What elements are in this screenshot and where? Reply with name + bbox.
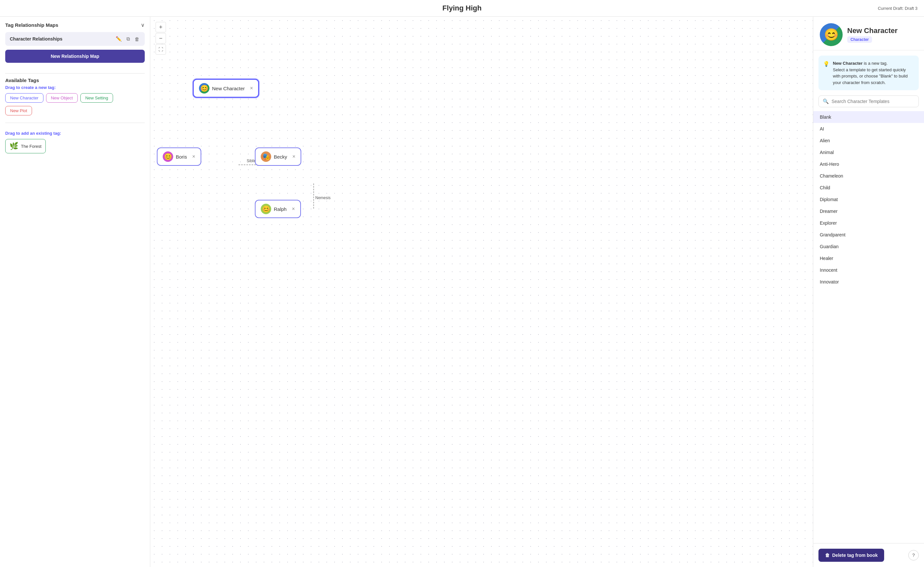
info-suffix: is a new tag. xyxy=(862,61,888,66)
tag-info: New Character Character xyxy=(847,27,897,43)
drag-existing-label: Drag to add an existing tag: xyxy=(5,131,145,136)
ralph-avatar: 😊 xyxy=(261,204,271,214)
search-templates-section: 🔍 xyxy=(813,95,924,111)
tag-avatar: 😊 xyxy=(820,23,843,46)
template-innovator[interactable]: Innovator xyxy=(813,276,924,288)
available-tags-heading: Available Tags xyxy=(5,78,145,83)
edit-map-button[interactable]: ✏️ xyxy=(115,35,123,42)
new-character-chip[interactable]: New Character xyxy=(5,93,44,103)
app-container: Flying High Current Draft: Draft 3 Tag R… xyxy=(0,0,924,567)
info-icon: 💡 xyxy=(823,61,830,86)
map-name: Character Relationships xyxy=(10,36,62,42)
tag-info-box: 💡 New Character is a new tag. Select a t… xyxy=(819,56,919,90)
ralph-node[interactable]: 😊 Ralph × xyxy=(255,200,301,218)
template-diplomat[interactable]: Diplomat xyxy=(813,194,924,205)
becky-node[interactable]: 🎭 Becky × xyxy=(255,147,301,166)
info-body: Select a template to get started quickly… xyxy=(833,68,908,85)
drag-new-label: Drag to create a new tag: xyxy=(5,85,145,90)
page-title: Flying High xyxy=(442,4,482,12)
tag-header: 😊 New Character Character xyxy=(813,17,924,50)
template-healer[interactable]: Healer xyxy=(813,253,924,264)
existing-tag-forest[interactable]: 🌿 The Forest xyxy=(5,139,46,153)
chevron-down-icon[interactable]: ∨ xyxy=(141,22,145,28)
new-character-avatar: 😊 xyxy=(199,83,209,93)
search-input[interactable] xyxy=(831,99,915,104)
fullscreen-button[interactable]: ⛶ xyxy=(156,44,166,55)
canvas-controls: + − ⛶ xyxy=(156,22,166,55)
template-animal[interactable]: Animal xyxy=(813,146,924,158)
search-box: 🔍 xyxy=(819,95,919,107)
info-text: New Character is a new tag. Select a tem… xyxy=(833,60,914,86)
becky-avatar: 🎭 xyxy=(261,151,271,162)
main-layout: Tag Relationship Maps ∨ Character Relati… xyxy=(0,17,924,567)
template-dreamer[interactable]: Dreamer xyxy=(813,205,924,217)
left-sidebar: Tag Relationship Maps ∨ Character Relati… xyxy=(0,17,150,567)
boris-node-label: Boris xyxy=(176,154,187,159)
ralph-node-label: Ralph xyxy=(274,206,286,212)
sidebar-title: Tag Relationship Maps xyxy=(5,22,58,28)
right-panel: 😊 New Character Character 💡 New Characte… xyxy=(813,17,924,567)
forest-tag-label: The Forest xyxy=(21,144,42,149)
help-button[interactable]: ? xyxy=(908,550,919,561)
sidebar-header: Tag Relationship Maps ∨ xyxy=(5,22,145,28)
template-guardian[interactable]: Guardian xyxy=(813,241,924,253)
info-tag-name: New Character xyxy=(833,61,862,66)
new-tags-row-2: New Plot xyxy=(5,106,145,116)
canvas-area: + − ⛶ Siblings Nemesis 😊 New Ch xyxy=(150,17,813,567)
tag-name: New Character xyxy=(847,27,897,35)
trash-icon: 🗑 xyxy=(825,553,830,558)
ralph-close-button[interactable]: × xyxy=(292,206,295,212)
boris-node[interactable]: 😊 Boris × xyxy=(157,147,201,166)
delete-tag-label: Delete tag from book xyxy=(832,553,878,558)
divider xyxy=(5,73,145,74)
zoom-out-button[interactable]: − xyxy=(156,33,166,44)
delete-tag-button[interactable]: 🗑 Delete tag from book xyxy=(819,549,884,562)
draft-label: Current Draft: Draft 3 xyxy=(878,6,918,11)
template-ai[interactable]: AI xyxy=(813,123,924,135)
becky-close-button[interactable]: × xyxy=(292,154,296,159)
search-icon: 🔍 xyxy=(823,98,829,104)
app-header: Flying High Current Draft: Draft 3 xyxy=(0,0,924,17)
new-character-close-button[interactable]: × xyxy=(250,85,253,91)
template-innocent[interactable]: Innocent xyxy=(813,264,924,276)
map-item: Character Relationships ✏️ ⧉ 🗑 xyxy=(5,32,145,46)
map-actions: ✏️ ⧉ 🗑 xyxy=(115,35,140,42)
template-anti-hero[interactable]: Anti-Hero xyxy=(813,158,924,170)
boris-close-button[interactable]: × xyxy=(192,154,195,159)
existing-tags-section: Drag to add an existing tag: 🌿 The Fores… xyxy=(5,131,145,153)
template-list: Blank AI Alien Animal Anti-Hero Chameleo… xyxy=(813,111,924,543)
new-object-chip[interactable]: New Object xyxy=(46,93,78,103)
becky-node-label: Becky xyxy=(274,154,287,159)
new-character-node-label: New Character xyxy=(212,86,245,91)
tag-type-badge: Character xyxy=(847,36,872,43)
zoom-in-button[interactable]: + xyxy=(156,22,166,32)
divider-2 xyxy=(5,123,145,123)
forest-icon: 🌿 xyxy=(9,142,18,150)
canvas-nodes: 😊 New Character × 😊 Boris × 🎭 Becky × xyxy=(150,17,813,567)
template-explorer[interactable]: Explorer xyxy=(813,217,924,229)
delete-map-button[interactable]: 🗑 xyxy=(134,35,140,42)
panel-footer: 🗑 Delete tag from book ? xyxy=(813,543,924,567)
new-tags-row: New Character New Object New Setting xyxy=(5,93,145,103)
new-relationship-map-button[interactable]: New Relationship Map xyxy=(5,50,145,63)
copy-map-button[interactable]: ⧉ xyxy=(126,35,131,42)
template-grandparent[interactable]: Grandparent xyxy=(813,229,924,241)
new-character-node[interactable]: 😊 New Character × xyxy=(193,79,259,98)
boris-avatar: 😊 xyxy=(163,151,173,162)
template-child[interactable]: Child xyxy=(813,182,924,194)
template-alien[interactable]: Alien xyxy=(813,135,924,146)
template-chameleon[interactable]: Chameleon xyxy=(813,170,924,182)
new-setting-chip[interactable]: New Setting xyxy=(80,93,113,103)
new-plot-chip[interactable]: New Plot xyxy=(5,106,32,116)
template-blank[interactable]: Blank xyxy=(813,111,924,123)
